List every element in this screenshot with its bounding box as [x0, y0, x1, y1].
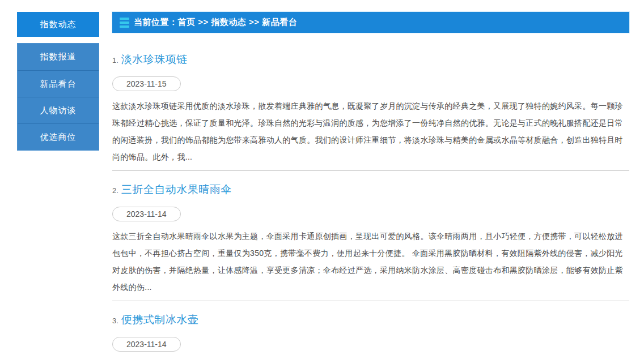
- article-title-link[interactable]: 三折全自动水果晴雨伞: [121, 182, 232, 197]
- article-header: 1. 淡水珍珠项链: [112, 52, 629, 67]
- article-index: 2.: [112, 186, 118, 195]
- article-header: 3. 便携式制冰水壶: [112, 313, 629, 327]
- article-divider: [112, 301, 629, 301]
- article-date-badge: 2023-11-14: [112, 337, 181, 352]
- article-date-badge: 2023-11-15: [112, 76, 181, 91]
- article-item: 1. 淡水珍珠项链 2023-11-15 这款淡水珍珠项链采用优质的淡水珍珠，散…: [112, 52, 629, 171]
- article-excerpt: 这款淡水珍珠项链采用优质的淡水珍珠，散发着端庄典雅的气息，既凝聚了岁月的沉淀与传…: [112, 97, 629, 165]
- article-list: 1. 淡水珍珠项链 2023-11-15 这款淡水珍珠项链采用优质的淡水珍珠，散…: [112, 52, 629, 355]
- article-index: 3.: [112, 316, 118, 325]
- sidebar-item-interviews[interactable]: 人物访谈: [18, 97, 99, 123]
- article-item: 2. 三折全自动水果晴雨伞 2023-11-14 这款三折全自动水果晴雨伞以水果…: [112, 182, 629, 301]
- sidebar-group: 指数报道 新品看台 人物访谈 优选商位: [17, 43, 99, 151]
- article-excerpt: 这款三折全自动水果晴雨伞以水果为主题，伞面采用卡通原创插画，呈现出可爱的风格。该…: [112, 228, 629, 296]
- article-item: 3. 便携式制冰水壶 2023-11-14 这款便携式制冰水壶将冰格和水壶两者巧…: [112, 313, 629, 355]
- sidebar-item-index-reports[interactable]: 指数报道: [18, 44, 99, 70]
- article-header: 2. 三折全自动水果晴雨伞: [112, 182, 629, 197]
- article-title-link[interactable]: 淡水珍珠项链: [121, 52, 188, 67]
- sidebar: 指数动态 指数报道 新品看台 人物访谈 优选商位: [17, 12, 99, 151]
- article-divider: [112, 170, 629, 171]
- article-date-badge: 2023-11-14: [112, 207, 181, 221]
- main-content: 当前位置：首页 >> 指数动态 >> 新品看台 1. 淡水珍珠项链 2023-1…: [112, 0, 629, 355]
- sidebar-item-preferred-booths[interactable]: 优选商位: [18, 123, 99, 150]
- breadcrumb-text: 当前位置：首页 >> 指数动态 >> 新品看台: [134, 17, 297, 28]
- page: 指数动态 指数报道 新品看台 人物访谈 优选商位 当前位置：首页 >> 指数动态…: [0, 0, 644, 355]
- article-index: 1.: [112, 56, 118, 65]
- menu-icon: [120, 18, 129, 28]
- sidebar-item-index-dynamics[interactable]: 指数动态: [17, 12, 99, 37]
- breadcrumb: 当前位置：首页 >> 指数动态 >> 新品看台: [112, 12, 629, 33]
- article-title-link[interactable]: 便携式制冰水壶: [121, 313, 199, 327]
- sidebar-item-new-products[interactable]: 新品看台: [18, 70, 99, 97]
